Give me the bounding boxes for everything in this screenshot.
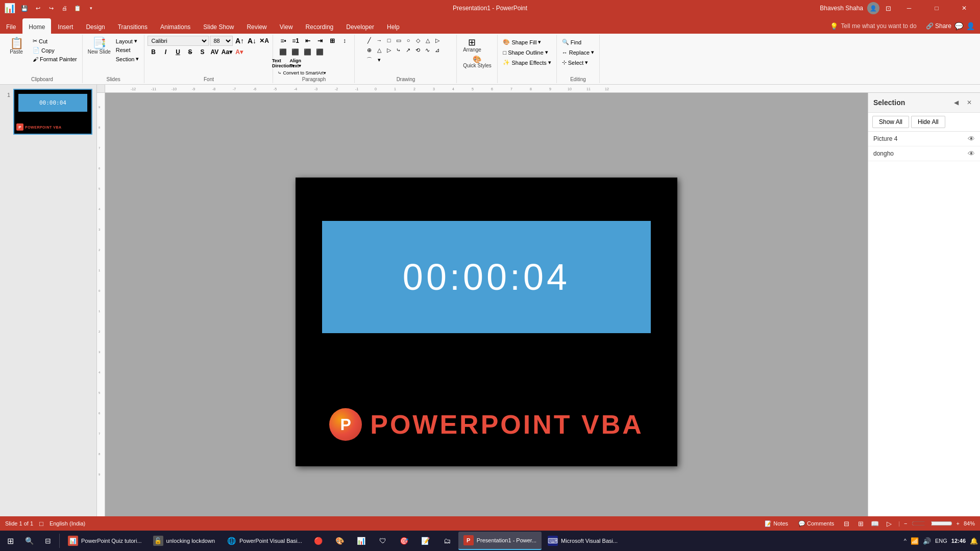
comments-icon[interactable]: 💬 [954,22,963,30]
minimize-button[interactable]: ─ [897,0,921,16]
font-color-button[interactable]: A▾ [233,47,244,57]
columns-button[interactable]: ⊞ [327,36,338,46]
align-right-button[interactable]: ⬛ [302,47,313,57]
timer-box[interactable]: 00:00:04 [322,221,651,333]
taskbar-app10[interactable]: 🗂 [437,532,457,550]
shape-rect[interactable]: □ [384,36,394,45]
tab-animations[interactable]: Animations [154,18,197,34]
shape-s4[interactable]: ↗ [404,45,413,55]
shape-effects-button[interactable]: ✨ Shape Effects ▾ [501,58,553,67]
zoom-slider[interactable] [912,519,952,528]
align-center-button[interactable]: ⬛ [290,47,301,57]
tab-view[interactable]: View [274,18,299,34]
wifi-icon[interactable]: 📶 [911,537,919,545]
shape-dropdown[interactable]: ▾ [375,55,384,64]
taskbar-ppt-main[interactable]: P Presentation1 - Power... [458,532,542,550]
decrease-font-button[interactable]: A↓ [246,36,257,46]
shape-more[interactable]: ⊕ [365,45,374,55]
shape-arrow[interactable]: → [375,36,384,45]
user-avatar[interactable]: 👤 [867,2,879,14]
clock-widget[interactable]: 12:46 [951,538,966,544]
shape-rect2[interactable]: ▭ [394,36,403,45]
align-text-button[interactable]: Align Text▾ [290,58,301,68]
lang-indicator[interactable]: ENG [935,538,947,544]
qa-dropdown[interactable]: ▾ [85,2,97,14]
select-button[interactable]: ⊹ Select ▾ [560,58,596,67]
text-direction-button[interactable]: Text Direction▾ [278,58,289,68]
language-indicator[interactable]: English (India) [50,520,85,527]
shape-outline-button[interactable]: □ Shape Outline ▾ [501,48,553,57]
tab-help[interactable]: Help [381,18,406,34]
tab-home[interactable]: Home [22,18,51,34]
tab-file[interactable]: File [0,18,22,34]
shape-diamond[interactable]: ◇ [413,36,423,45]
print-button[interactable]: 🖨 [58,2,70,14]
increase-font-button[interactable]: A↑ [234,36,245,46]
increase-indent-button[interactable]: ⇥ [314,36,326,46]
font-name-select[interactable]: Calibri [148,36,209,46]
slide-sorter-button[interactable]: ⊞ [855,518,866,529]
slide-show-button[interactable]: ▷ [884,518,894,529]
taskbar-ppt-quiz[interactable]: 📊 PowerPoint Quiz tutori... [63,532,147,550]
show-all-button[interactable]: Show All [872,116,909,128]
notifications-icon[interactable]: 🔔 [970,537,978,545]
maximize-button[interactable]: □ [925,0,948,16]
taskbar-app6[interactable]: 📊 [351,532,372,550]
bold-button[interactable]: B [148,47,159,57]
slide-thumbnail[interactable]: 00:00:04 P POWERPOINT VBA [13,89,92,135]
taskbar-app7[interactable]: 🛡 [373,532,393,550]
list-item[interactable]: Picture 4 👁 [868,132,980,146]
tab-developer[interactable]: Developer [340,18,380,34]
shape-rtri[interactable]: ▷ [433,36,442,45]
shape-s2[interactable]: ▷ [384,45,394,55]
format-painter-button[interactable]: 🖌 Format Painter [31,55,79,63]
italic-button[interactable]: I [160,47,171,57]
font-size-select[interactable]: 88 [210,36,233,46]
item-1-eye-icon[interactable]: 👁 [968,135,975,143]
tab-slideshow[interactable]: Slide Show [197,18,240,34]
justify-button[interactable]: ⬛ [314,47,326,57]
strikethrough-button[interactable]: S [184,47,195,57]
hide-all-button[interactable]: Hide All [911,116,945,128]
taskbar-app4[interactable]: 🔴 [308,532,329,550]
copy-button[interactable]: 📄 Copy [31,46,79,55]
taskbar-chrome[interactable]: 🌐 PowerPoint Visual Basi... [221,532,307,550]
shape-fill-button[interactable]: 🎨 Shape Fill ▾ [501,38,553,46]
shape-oval[interactable]: ○ [404,36,413,45]
convert-smartart-button[interactable]: ⤷ Convert to SmartArt▾ [278,70,326,76]
arrange-button[interactable]: ⊞ Arrange [461,37,483,54]
taskbar-app9[interactable]: 📝 [415,532,436,550]
shape-s1[interactable]: △ [375,45,384,55]
align-left-button[interactable]: ⬛ [278,47,289,57]
zoom-level[interactable]: 84% [964,520,975,527]
taskbar-vba[interactable]: ⌨ Microsoft Visual Basi... [543,532,623,550]
slide-view-icon[interactable]: □ [39,520,43,528]
save-button[interactable]: 💾 [18,2,31,14]
panel-collapse-button[interactable]: ◀ [950,97,962,108]
tab-recording[interactable]: Recording [300,18,340,34]
shadow-button[interactable]: S [197,47,208,57]
line-spacing-button[interactable]: ↕ [339,36,350,46]
tab-insert[interactable]: Insert [52,18,79,34]
tab-review[interactable]: Review [240,18,273,34]
panel-close-button[interactable]: ✕ [964,97,975,108]
comments-button[interactable]: 💬 Comments [795,520,837,527]
start-button[interactable]: ⊞ [2,532,19,550]
zoom-out-button[interactable]: − [904,520,907,527]
clear-format-button[interactable]: ✕A [258,36,270,46]
notes-button[interactable]: 📝 Notes [762,520,791,527]
taskbar-unlocking-lockdown[interactable]: 🔓 unlocking lockdown [148,532,220,550]
paste-button[interactable]: 📋 Paste [5,37,28,56]
shape-s3[interactable]: ⤷ [394,45,403,55]
shape-line[interactable]: ╱ [365,36,374,45]
replace-button[interactable]: ↔ Replace ▾ [560,48,596,57]
quick-styles-button[interactable]: 🎨 Quick Styles [461,55,494,69]
shape-s8[interactable]: ⌒ [365,55,374,64]
shape-s5[interactable]: ⟲ [413,45,423,55]
share-button[interactable]: 🔗 Share [926,22,951,30]
cut-button[interactable]: ✂ Cut [31,37,79,45]
close-button[interactable]: ✕ [952,0,976,16]
volume-icon[interactable]: 🔊 [923,537,931,545]
reading-view-button[interactable]: 📖 [870,518,880,529]
layout-button[interactable]: Layout ▾ [114,37,141,45]
